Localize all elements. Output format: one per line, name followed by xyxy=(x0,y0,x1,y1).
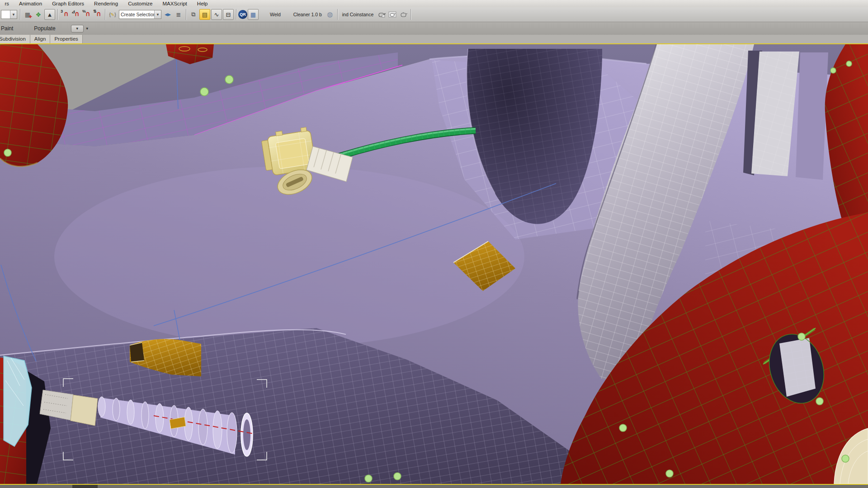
vertex-dot[interactable] xyxy=(200,88,208,96)
select-and-manipulate-icon[interactable]: ✥ xyxy=(33,9,43,19)
vertex-dot[interactable] xyxy=(619,424,627,432)
toolbar-separator xyxy=(186,9,186,20)
curve-editor-icon[interactable]: ∿ xyxy=(211,9,222,20)
ribbon-minimize-button[interactable]: ▼ xyxy=(71,25,84,33)
toolbar-separator xyxy=(337,9,338,20)
menu-item-rendering[interactable]: Rendering xyxy=(89,1,123,6)
percent-snap-toggle-icon[interactable]: %∪ xyxy=(82,9,92,19)
chevron-down-icon: ▼ xyxy=(154,10,161,19)
timeline-fragment[interactable] xyxy=(72,485,98,488)
align-icon[interactable]: ≣ xyxy=(174,9,184,19)
weld-script-button[interactable]: Weld xyxy=(270,12,281,17)
teapot-icon[interactable] xyxy=(398,9,408,19)
vertex-dot[interactable] xyxy=(4,149,11,156)
bottom-strip xyxy=(0,485,868,488)
layer-manager-icon[interactable]: ⧉ xyxy=(189,9,198,19)
tab-subdivision[interactable]: Subdivision xyxy=(0,35,30,43)
menu-item-graph-editors[interactable]: Graph Editors xyxy=(47,1,89,6)
vertex-dot[interactable] xyxy=(842,455,849,462)
teapot-box-icon[interactable] xyxy=(387,9,397,19)
toggle-ribbon-icon[interactable]: ▤ xyxy=(199,9,210,20)
snap-toggle-3d-icon[interactable]: 3∪ xyxy=(60,9,70,19)
toolbar-separator xyxy=(57,9,58,20)
menu-bar: rs Animation Graph Editors Rendering Cus… xyxy=(0,0,868,7)
keyboard-shortcut-override-icon[interactable]: ▲ xyxy=(44,9,55,20)
toolbar-separator xyxy=(236,9,236,20)
toolbar-separator xyxy=(20,9,20,20)
toolbar-separator xyxy=(410,9,411,20)
menu-item-maxscript[interactable]: MAXScript xyxy=(158,1,192,6)
teapot-page-icon[interactable] xyxy=(377,9,387,19)
gray-sliver-strip[interactable] xyxy=(743,51,828,180)
menu-item-customize[interactable]: Customize xyxy=(123,1,157,6)
tab-align[interactable]: Align xyxy=(30,35,51,43)
material-editor-icon[interactable]: ▦ xyxy=(248,9,259,20)
chevron-down-icon: ▼ xyxy=(10,10,17,19)
vertex-dot[interactable] xyxy=(830,68,836,73)
angle-snap-toggle-icon[interactable]: ⊿∪ xyxy=(71,9,81,19)
ribbon-tab-row: Subdivision Align Properties xyxy=(0,35,868,43)
menu-item-animation[interactable]: Animation xyxy=(14,1,47,6)
edit-named-selection-icon[interactable]: {✎} xyxy=(108,9,118,19)
ribbon-group-populate[interactable]: Populate xyxy=(34,25,55,32)
vertex-dot[interactable] xyxy=(365,475,372,482)
qr-render-icon[interactable]: QR xyxy=(238,10,247,19)
vertex-dot[interactable] xyxy=(798,333,805,340)
viewport-3d[interactable] xyxy=(0,44,868,484)
vertex-dot[interactable] xyxy=(666,470,673,477)
selection-filter-combo[interactable]: ▼ xyxy=(1,10,17,19)
menu-item-clipped[interactable]: rs xyxy=(0,1,14,6)
cleaner-script-button[interactable]: Cleaner 1.0 b xyxy=(293,12,322,17)
viewport-scene[interactable] xyxy=(0,44,868,484)
vertex-dot[interactable] xyxy=(816,398,823,405)
chevron-down-icon[interactable]: ▼ xyxy=(85,27,89,31)
vertex-dot[interactable] xyxy=(394,473,401,480)
snaps-toggle-icon[interactable]: ▦✚ xyxy=(23,9,33,19)
spinner-snap-toggle-icon[interactable]: ⇅∪ xyxy=(93,9,103,19)
ribbon-group-paint[interactable]: Paint xyxy=(1,25,13,32)
coinstance-script-button[interactable]: ind Coinstance xyxy=(342,12,373,17)
vertex-dot[interactable] xyxy=(846,61,852,66)
tab-properties[interactable]: Properties xyxy=(50,35,82,43)
main-toolbar: ▼ ▦✚ ✥ ▲ 3∪ ⊿∪ %∪ ⇅∪ {✎} Create Selectio… xyxy=(0,7,868,22)
mirror-icon[interactable]: ◀▶ xyxy=(163,9,173,19)
ribbon-header: Paint Populate ▼ ▼ xyxy=(0,22,868,35)
sphere-icon[interactable]: ◍ xyxy=(325,9,335,19)
toolbar-separator xyxy=(105,9,105,20)
schematic-view-icon[interactable]: ⊟ xyxy=(223,9,234,20)
menu-item-help[interactable]: Help xyxy=(192,1,213,6)
named-selection-combo[interactable]: Create Selection S ▼ xyxy=(119,10,161,19)
vertex-dot[interactable] xyxy=(225,75,233,84)
